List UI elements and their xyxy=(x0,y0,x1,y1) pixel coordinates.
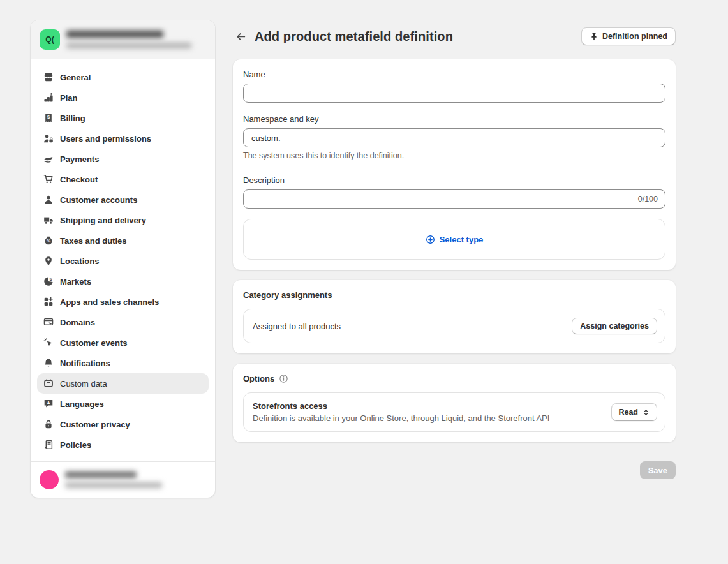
sidebar-item-label: Customer events xyxy=(60,338,127,348)
store-domain-redacted xyxy=(66,43,191,48)
definition-pinned-button[interactable]: Definition pinned xyxy=(581,27,676,45)
category-assignments-title: Category assignments xyxy=(243,290,332,300)
sidebar-item-label: Domains xyxy=(60,318,95,327)
description-label: Description xyxy=(243,175,665,185)
policies-icon xyxy=(43,440,54,450)
checkout-cart-icon xyxy=(43,174,54,184)
sidebar-item-label: Billing xyxy=(60,114,85,123)
plan-icon xyxy=(43,93,54,103)
sidebar-item-customer-accounts[interactable]: Customer accounts xyxy=(37,189,209,210)
sidebar-item-custom-data[interactable]: Custom data xyxy=(37,373,209,394)
sidebar-item-customer-privacy[interactable]: Customer privacy xyxy=(37,414,209,434)
sidebar-item-markets[interactable]: $ Markets xyxy=(37,271,209,292)
sidebar-item-customer-events[interactable]: Customer events xyxy=(37,332,209,353)
sidebar-item-label: Customer accounts xyxy=(60,195,137,205)
sidebar-item-domains[interactable]: Domains xyxy=(37,312,209,332)
description-field-group: Description 0/100 xyxy=(243,175,665,209)
select-type-button[interactable]: Select type xyxy=(426,235,484,244)
page-header: Add product metafield definition Definit… xyxy=(233,27,676,45)
markets-icon: $ xyxy=(43,276,54,286)
users-permissions-icon xyxy=(43,133,54,144)
store-header[interactable]: Q( xyxy=(31,20,215,59)
main-content: Add product metafield definition Definit… xyxy=(233,27,676,479)
location-pin-icon xyxy=(43,256,54,266)
sidebar-item-notifications[interactable]: Notifications xyxy=(37,353,209,373)
options-title: Options xyxy=(243,374,274,383)
back-arrow-icon xyxy=(235,31,246,42)
sidebar-item-label: General xyxy=(60,73,91,82)
name-field-group: Name xyxy=(243,70,665,103)
sidebar-item-label: Customer privacy xyxy=(60,420,130,429)
privacy-lock-icon xyxy=(43,419,54,429)
sidebar-item-users-and-permissions[interactable]: Users and permissions xyxy=(37,128,209,149)
namespace-helper-text: The system uses this to identify the def… xyxy=(243,151,665,160)
settings-sidebar: Q( General Plan $ Billing Users and perm… xyxy=(31,20,215,498)
back-button[interactable] xyxy=(233,29,248,44)
store-identity xyxy=(66,31,191,48)
sidebar-item-locations[interactable]: Locations xyxy=(37,251,209,271)
storefront-access-select[interactable]: Read xyxy=(611,403,657,421)
notifications-bell-icon xyxy=(43,358,54,368)
storefronts-access-row: Storefronts access Definition is availab… xyxy=(243,392,665,432)
user-identity xyxy=(65,471,162,488)
description-input[interactable] xyxy=(243,189,665,209)
languages-icon: A xyxy=(43,399,54,409)
customer-events-icon xyxy=(43,338,54,348)
sidebar-item-shipping-and-delivery[interactable]: Shipping and delivery xyxy=(37,210,209,230)
sidebar-item-label: Users and permissions xyxy=(60,134,151,144)
info-icon[interactable] xyxy=(279,374,288,383)
sidebar-item-payments[interactable]: Payments xyxy=(37,149,209,169)
updown-chevrons-icon xyxy=(642,408,650,417)
namespace-input[interactable] xyxy=(243,128,665,147)
sidebar-item-label: Plan xyxy=(60,93,77,103)
custom-data-icon xyxy=(43,378,54,389)
domains-icon xyxy=(43,317,54,327)
sidebar-item-label: Policies xyxy=(60,440,91,450)
category-assignments-card: Category assignments Assigned to all pro… xyxy=(233,280,676,353)
svg-text:$: $ xyxy=(50,277,52,282)
store-icon xyxy=(43,72,54,82)
payments-icon xyxy=(43,154,54,164)
sidebar-item-apps-and-sales-channels[interactable]: Apps and sales channels xyxy=(37,292,209,312)
options-card: Options Storefronts access Definition is… xyxy=(233,364,676,442)
name-input[interactable] xyxy=(243,84,665,103)
pin-icon xyxy=(590,32,598,41)
user-avatar xyxy=(40,470,59,489)
category-status-text: Assigned to all products xyxy=(253,322,341,331)
user-email-redacted xyxy=(65,482,162,488)
billing-icon: $ xyxy=(43,113,54,123)
sidebar-item-label: Taxes and duties xyxy=(60,236,127,246)
sidebar-item-label: Languages xyxy=(60,399,104,409)
assign-categories-button[interactable]: Assign categories xyxy=(572,318,657,334)
sidebar-item-label: Checkout xyxy=(60,175,98,184)
storefronts-access-title: Storefronts access xyxy=(253,401,549,411)
taxes-bag-icon: % xyxy=(43,235,54,246)
user-footer[interactable] xyxy=(31,461,215,498)
sidebar-item-billing[interactable]: $ Billing xyxy=(37,108,209,128)
sidebar-item-plan[interactable]: Plan xyxy=(37,87,209,108)
name-label: Name xyxy=(243,70,665,79)
save-button[interactable]: Save xyxy=(640,461,676,479)
svg-text:%: % xyxy=(47,239,50,243)
sidebar-item-general[interactable]: General xyxy=(37,67,209,87)
settings-nav: General Plan $ Billing Users and permiss… xyxy=(31,59,215,461)
sidebar-item-checkout[interactable]: Checkout xyxy=(37,169,209,189)
sidebar-item-label: Custom data xyxy=(60,379,107,389)
save-row: Save xyxy=(233,461,676,479)
sidebar-item-label: Markets xyxy=(60,277,91,286)
storefronts-access-description: Definition is available in your Online S… xyxy=(253,413,549,423)
namespace-field-group: Namespace and key The system uses this t… xyxy=(243,114,665,160)
sidebar-item-taxes-and-duties[interactable]: % Taxes and duties xyxy=(37,230,209,251)
sidebar-item-languages[interactable]: A Languages xyxy=(37,394,209,414)
sidebar-item-label: Locations xyxy=(60,256,99,266)
svg-text:A: A xyxy=(47,401,50,405)
customer-accounts-icon xyxy=(43,195,54,205)
user-name-redacted xyxy=(65,471,137,478)
store-avatar: Q( xyxy=(40,29,60,50)
sidebar-item-policies[interactable]: Policies xyxy=(37,434,209,455)
sidebar-item-label: Shipping and delivery xyxy=(60,216,146,225)
store-name-redacted xyxy=(66,31,163,38)
description-char-counter: 0/100 xyxy=(638,195,658,204)
select-type-area: Select type xyxy=(243,219,665,260)
plus-circle-icon xyxy=(426,235,435,244)
